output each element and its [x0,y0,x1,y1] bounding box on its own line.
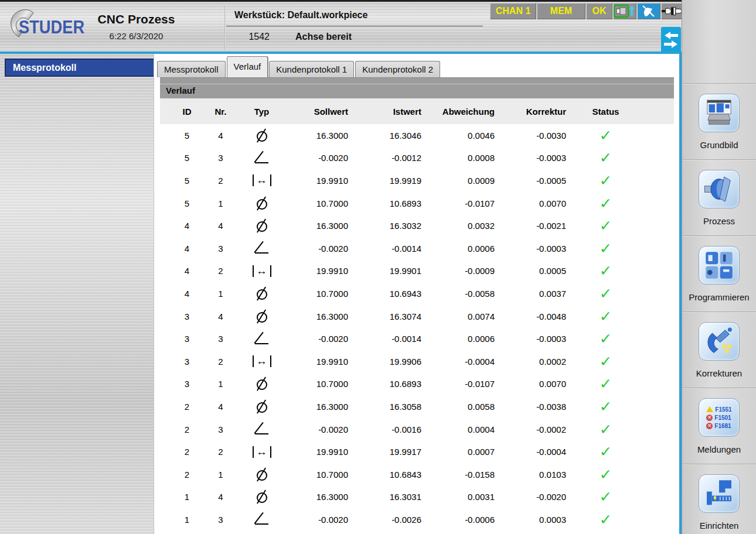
cell-korrektur: -0.0048 [495,312,566,321]
sidebar-item-label: Meldungen [682,444,756,454]
app-title: CNC Prozess [88,12,185,26]
cell-istwert: 19.9917 [348,447,421,457]
cell-sollwert: 16.3000 [287,492,348,502]
cell-sollwert: 19.9910 [287,447,348,457]
cell-istwert: 16.3058 [348,402,421,412]
table-row: 2 3 -0.0020 -0.0016 0.0004 -0.0002 ✓ [160,418,674,441]
cell-abweichung: 0.0032 [421,221,495,231]
cell-id: 3 [169,334,205,344]
cell-abweichung: -0.0006 [421,515,495,525]
grinding-wheel-icon [699,170,740,208]
cell-istwert: -0.0014 [348,244,421,254]
cell-nr: 1 [205,379,237,389]
tab-verlauf[interactable]: Verlauf [227,56,268,77]
typ-diameter-icon [255,376,269,392]
cell-istwert: 16.3074 [348,312,421,321]
cell-korrektur: 0.0070 [495,379,566,389]
cell-id: 4 [169,266,205,276]
workpiece-underline [226,26,483,26]
datetime-label: 6:22 6/3/2020 [88,31,185,41]
typ-length-icon [253,446,271,458]
alarm-code: F1681 [714,423,731,429]
cell-abweichung: 0.0009 [421,176,495,186]
cell-nr: 2 [205,357,237,367]
cell-status: ✓ [566,172,645,189]
cell-nr: 3 [205,244,237,254]
cell-korrektur: 0.0103 [495,470,566,480]
cell-abweichung: -0.0009 [421,266,495,276]
cell-typ [237,467,287,482]
brand-text: STUDER [19,17,84,38]
cell-typ [237,196,287,211]
cell-nr: 3 [205,425,237,434]
sidebar-item-meldungen[interactable]: F1551✕F1501✕F1681Meldungen [682,388,756,464]
typ-diameter-icon [255,218,269,234]
tab-kundenprotokoll-2[interactable]: Kundenprotokoll 2 [355,61,440,77]
cell-typ [237,376,287,392]
cell-abweichung: -0.0058 [421,289,495,299]
cell-abweichung: 0.0006 [421,334,495,344]
section-header-bar: Verlauf [160,77,674,98]
typ-diameter-icon [255,467,269,482]
cell-status: ✓ [566,398,645,415]
cell-id: 4 [169,244,205,254]
cell-korrektur: 0.0037 [495,289,566,299]
column-header-id: ID [169,107,205,117]
status-ok-icon: ✓ [599,172,612,189]
cell-status: ✓ [566,195,645,212]
alarm-code: F1501 [714,415,731,421]
messages-icon: F1551✕F1501✕F1681 [699,398,740,437]
status-ok-icon: ✓ [599,240,612,257]
status-ok-icon: ✓ [599,285,612,302]
sidebar-item-einrichten[interactable]: Einrichten [682,464,756,534]
cell-abweichung: 0.0004 [421,425,495,434]
table-row: 2 2 19.9910 19.9917 0.0007 -0.0004 ✓ [160,440,674,463]
cell-id: 2 [169,402,205,412]
cell-typ [237,513,287,526]
swap-screens-button[interactable] [661,27,681,53]
status-ok-icon: ✓ [599,375,612,392]
cell-sollwert: 16.3000 [287,312,348,321]
column-header-nr: Nr. [205,107,237,117]
cell-istwert: 16.3032 [348,221,421,231]
cell-typ [237,355,287,367]
cell-korrektur: -0.0005 [495,176,566,186]
typ-diameter-icon [255,489,269,505]
status-ok-icon: ✓ [599,127,612,144]
cell-id: 5 [169,198,205,208]
message-text: Achse bereit [295,32,352,42]
sidebar-item-programmieren[interactable]: Programmieren [682,235,756,312]
sidebar-item-korrekturen[interactable]: Korrekturen [682,312,756,388]
sidebar-item-grundbild[interactable]: Grundbild [682,83,756,159]
cell-istwert: 19.9901 [348,266,421,276]
measure-table: IDNr.TypSollwertIstwertAbweichungKorrekt… [160,98,674,531]
cell-istwert: 10.6893 [348,379,421,389]
status-ok-icon: ✓ [599,195,612,212]
sidebar-item-prozess[interactable]: Prozess [682,159,756,235]
cell-sollwert: -0.0020 [287,334,348,344]
menu-item-messprotokoll[interactable]: Messprotokoll [5,59,155,77]
cell-status: ✓ [566,127,645,144]
status-ok-icon: ✓ [599,353,612,370]
cell-istwert: 10.6893 [348,198,421,208]
cell-korrektur: -0.0003 [495,153,566,163]
cell-sollwert: 19.9910 [287,176,348,186]
cell-istwert: -0.0012 [348,153,421,163]
cell-sollwert: 10.7000 [287,379,348,389]
cell-abweichung: 0.0058 [421,402,495,412]
tab-messprotokoll[interactable]: Messprotokoll [157,61,226,77]
status-strip: CHAN 1MEMOK [490,3,685,20]
cell-sollwert: 16.3000 [287,221,348,231]
cell-abweichung: 0.0007 [421,447,495,457]
badge-chan-1: CHAN 1 [490,3,536,19]
typ-diameter-icon [255,286,269,302]
table-row: 5 3 -0.0020 -0.0012 0.0008 -0.0003 ✓ [160,147,674,170]
cell-typ [237,242,287,255]
cell-typ [237,265,287,277]
swap-arrows-icon [663,30,679,49]
cell-status: ✓ [566,308,645,325]
tab-kundenprotokoll-1[interactable]: Kundenprotokoll 1 [269,61,354,77]
typ-length-icon [253,355,271,367]
edit-lock-icon [637,3,660,19]
typ-length-icon [253,265,271,277]
